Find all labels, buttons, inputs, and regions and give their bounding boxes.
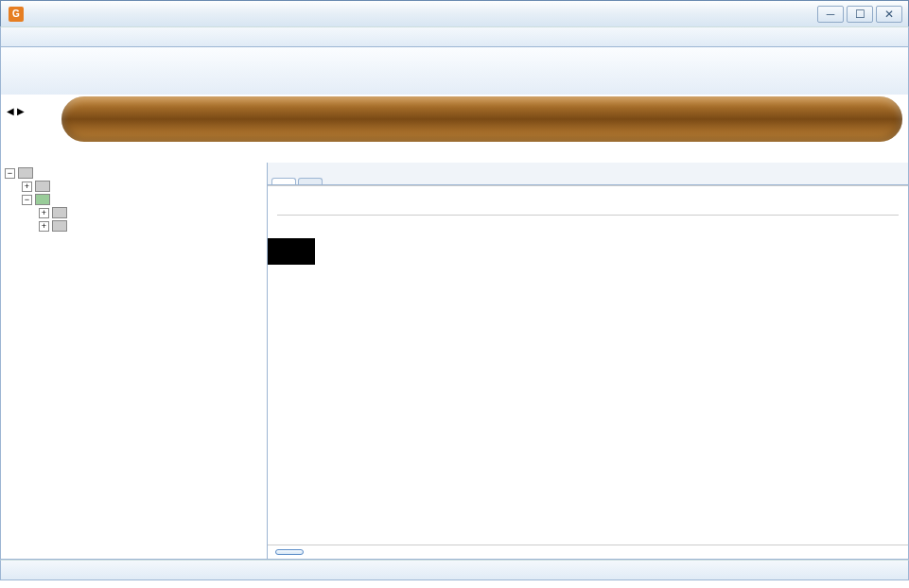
menu-file[interactable] (5, 35, 20, 39)
expand-icon[interactable]: − (22, 195, 32, 205)
window-buttons: ─ ☐ ✕ (817, 6, 908, 23)
app-icon: G (9, 7, 24, 22)
tab-browse-files[interactable] (298, 178, 323, 184)
toolbar (0, 47, 909, 95)
minimize-button[interactable]: ─ (817, 6, 844, 23)
allocation-bar (268, 545, 908, 559)
menu-view[interactable] (65, 35, 80, 39)
partition-details (268, 186, 908, 545)
expand-icon[interactable]: + (39, 221, 49, 232)
menu-tools[interactable] (50, 35, 65, 39)
statusbar (0, 560, 909, 580)
menubar (0, 26, 909, 47)
tab-partition-params[interactable] (271, 178, 296, 184)
hdd-icon (18, 167, 33, 179)
close-button[interactable]: ✕ (876, 6, 902, 23)
extended-icon (35, 194, 50, 205)
volume-icon (52, 207, 67, 218)
maximize-button[interactable]: ☐ (847, 6, 873, 23)
nav-prev-icon[interactable]: ◀ ▶ (7, 106, 58, 116)
volume-icon (52, 220, 67, 232)
disk-overview: ◀ ▶ (0, 95, 909, 163)
analyze-button[interactable] (275, 549, 304, 555)
expand-icon[interactable]: + (22, 182, 32, 192)
menu-about[interactable] (80, 35, 96, 39)
partition-bar[interactable] (61, 96, 902, 142)
disk-info-line (7, 142, 902, 161)
redacted-area (268, 238, 315, 265)
menu-disk[interactable] (20, 35, 35, 39)
tab-bar (268, 163, 908, 185)
expand-icon[interactable]: + (39, 208, 49, 218)
expand-icon[interactable]: − (5, 168, 15, 179)
menu-partition[interactable] (35, 35, 50, 39)
volume-icon (35, 181, 50, 192)
disk-tree[interactable]: − + − + + (1, 163, 268, 559)
titlebar: G ─ ☐ ✕ (0, 0, 909, 26)
